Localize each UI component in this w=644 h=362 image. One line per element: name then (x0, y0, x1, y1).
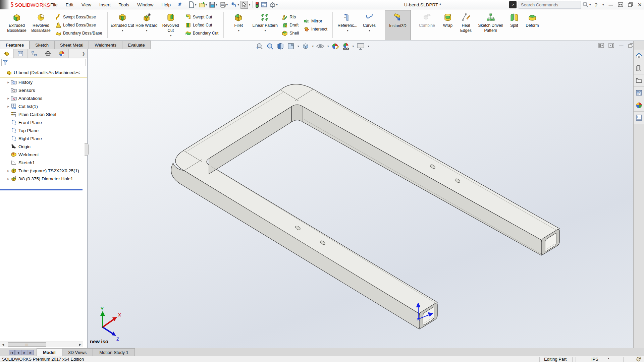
window-restore-button[interactable] (628, 2, 633, 7)
help-button[interactable]: ? (595, 2, 597, 8)
configurationmanager-tab[interactable] (28, 49, 41, 58)
rebuild-button[interactable] (255, 1, 260, 9)
tab-sheet-metal[interactable]: Sheet Metal (54, 41, 89, 49)
rib-button[interactable]: Rib (281, 14, 300, 20)
tree-item-right-plane[interactable]: Right Plane (5, 134, 87, 142)
zoom-fit-icon[interactable] (256, 42, 264, 50)
tree-item-cut-list[interactable]: ▸ Cut list(1) (5, 102, 87, 110)
apply-scene-caret[interactable]: ▾ (353, 45, 354, 48)
file-properties-button[interactable] (260, 1, 268, 9)
section-view-icon[interactable] (276, 42, 284, 50)
hole-wizard-button[interactable]: Hole Wizard ▾ (135, 10, 159, 40)
revolved-cut-button[interactable]: Revolved Cut ▾ (159, 10, 183, 40)
deform-button[interactable]: Deform (522, 10, 542, 40)
revolved-cut-caret[interactable]: ▾ (170, 34, 172, 38)
save-button[interactable]: ▾ (208, 1, 218, 9)
apply-scene-icon[interactable] (342, 42, 350, 50)
collapse-left-pane-button[interactable] (598, 43, 604, 48)
taskpane-file-explorer-button[interactable] (634, 74, 644, 87)
window-close-button[interactable]: ✕ (638, 2, 642, 8)
tree-item-tube[interactable]: ▸ Tube (square) TS2X2X0.25(1) (5, 167, 87, 175)
taskpane-home-button[interactable] (634, 50, 644, 62)
propertymanager-tab[interactable] (14, 49, 28, 58)
search-magnifier-icon[interactable] (582, 1, 589, 8)
open-button[interactable]: ▾ (198, 1, 208, 9)
options-button[interactable]: ▾ (269, 1, 278, 9)
rollback-bar[interactable] (0, 189, 83, 190)
motion-study-tab[interactable]: Motion Study 1 (93, 348, 135, 356)
doc-restore-button[interactable] (628, 43, 633, 48)
select-caret[interactable]: ▾ (249, 3, 251, 6)
tree-part-row[interactable]: U-bend (Default<As Machined>< (0, 68, 87, 76)
graphics-viewport[interactable]: Y X Z ▾ ▾ ▾ ▾ ▾ — ✕ new iso (88, 41, 633, 348)
save-caret[interactable]: ▾ (216, 3, 217, 6)
curves-caret[interactable]: ▾ (369, 29, 370, 33)
view-orientation-icon[interactable] (287, 42, 295, 50)
sketch-driven-pattern-button[interactable]: Sketch Driven Pattern (475, 10, 506, 40)
search-commands-box[interactable] (519, 1, 581, 9)
new-document-button[interactable]: ▾ (188, 1, 197, 9)
displaymanager-tab[interactable] (55, 49, 69, 58)
last-tab-button[interactable]: ▶| (28, 350, 34, 355)
fillet-caret[interactable]: ▾ (238, 29, 239, 33)
view-settings-caret[interactable]: ▾ (368, 45, 369, 48)
tree-item-annotations[interactable]: ▸ A Annotations (5, 94, 87, 102)
solidworks-search-icon[interactable]: > (509, 1, 517, 8)
hide-show-items-caret[interactable]: ▾ (327, 45, 329, 48)
options-caret[interactable]: ▾ (276, 3, 278, 6)
swept-boss-base-button[interactable]: Swept Boss/Base (54, 14, 103, 20)
tab-weldments[interactable]: Weldments (89, 41, 122, 49)
shell-button[interactable]: Shell (281, 30, 300, 37)
draft-button[interactable]: Draft (281, 22, 300, 28)
tree-horizontal-scrollbar[interactable]: ◀ ||| ▶ (0, 342, 83, 347)
taskpane-design-library-button[interactable] (634, 62, 644, 74)
tags-icon[interactable] (635, 357, 641, 362)
wrap-button[interactable]: Wrap (439, 10, 457, 40)
revolved-boss-base-button[interactable]: Revolved Boss/Base (29, 10, 53, 40)
curves-button[interactable]: Curves ▾ (360, 10, 379, 40)
units-caret[interactable]: ▴ (608, 357, 609, 360)
boundary-cut-button[interactable]: Boundary Cut (184, 30, 219, 37)
panel-splitter-handle[interactable] (85, 143, 89, 156)
units-selector[interactable]: IPS (591, 357, 598, 362)
split-button[interactable]: Split (506, 10, 522, 40)
undo-caret[interactable]: ▾ (237, 3, 239, 6)
tree-item-sensors[interactable]: Sensors (5, 86, 87, 94)
heal-edges-button[interactable]: Heal Edges (457, 10, 475, 40)
u-bend-part[interactable] (171, 84, 559, 329)
tree-item-material[interactable]: Plain Carbon Steel (5, 110, 87, 118)
first-tab-button[interactable]: |◀ (9, 350, 15, 355)
scrollbar-thumb[interactable]: ||| (8, 342, 46, 347)
expand-arrow[interactable]: ▸ (6, 104, 11, 109)
extruded-boss-base-button[interactable]: Extruded Boss/Base (5, 10, 29, 40)
tree-item-hole1[interactable]: ▸ 3/8 (0.375) Diameter Hole1 (5, 175, 87, 183)
zoom-area-icon[interactable] (266, 42, 274, 50)
boundary-boss-base-button[interactable]: Boundary Boss/Base (54, 30, 103, 37)
expand-arrow[interactable]: ▸ (6, 169, 11, 173)
menu-file[interactable]: File (46, 0, 62, 9)
tree-item-history[interactable]: ▸ History (5, 78, 87, 86)
reference-geometry-button[interactable]: Referenc... ▾ (335, 10, 360, 40)
pin-icon[interactable] (177, 2, 182, 7)
lofted-cut-button[interactable]: Lofted Cut (184, 22, 219, 28)
extruded-cut-caret[interactable]: ▾ (122, 29, 123, 33)
menu-window[interactable]: Window (133, 0, 157, 9)
extruded-cut-button[interactable]: Extruded Cut ▾ (110, 10, 135, 40)
prev-tab-button[interactable]: ◀ (15, 350, 21, 355)
reference-geometry-caret[interactable]: ▾ (347, 29, 348, 33)
open-caret[interactable]: ▾ (206, 3, 207, 6)
view-orientation-caret[interactable]: ▾ (298, 45, 299, 48)
search-commands-input[interactable] (521, 2, 571, 7)
print-button[interactable]: ▾ (219, 1, 229, 9)
tree-item-top-plane[interactable]: Top Plane (5, 126, 87, 134)
mirror-button[interactable]: Mirror (303, 18, 328, 24)
lofted-boss-base-button[interactable]: Lofted Boss/Base (54, 22, 103, 28)
expand-arrow[interactable]: ▸ (6, 177, 11, 181)
menu-view[interactable]: View (77, 0, 95, 9)
display-style-caret[interactable]: ▾ (312, 45, 314, 48)
window-span-displays-button[interactable] (618, 2, 623, 7)
window-minimize-button[interactable]: — (609, 2, 613, 7)
new-document-caret[interactable]: ▾ (195, 3, 197, 6)
scroll-right-arrow[interactable]: ▶ (77, 343, 83, 346)
expand-arrow[interactable]: ▸ (6, 96, 11, 101)
